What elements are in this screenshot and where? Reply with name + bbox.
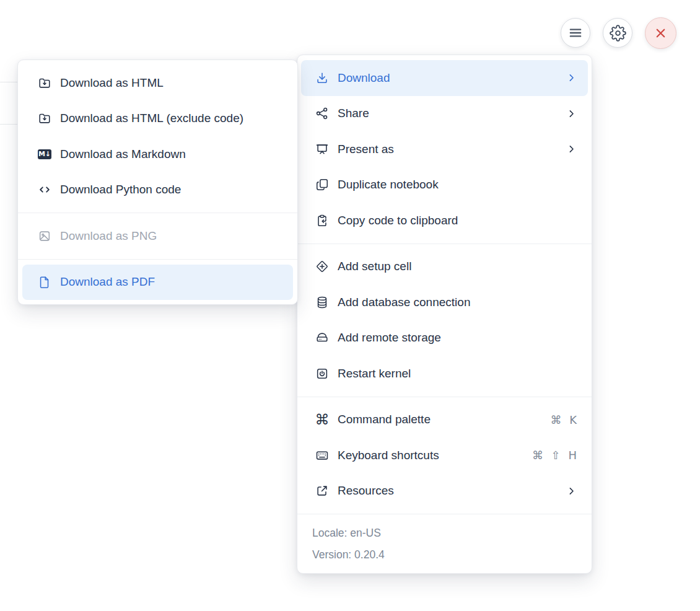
chevron-right-icon bbox=[566, 73, 577, 83]
menu-button[interactable] bbox=[561, 18, 590, 48]
menu-item-label: Add setup cell bbox=[338, 260, 577, 273]
menu-item-add-database-connection[interactable]: Add database connection bbox=[301, 284, 588, 320]
hamburger-icon bbox=[567, 25, 584, 41]
command-icon: ⌘ bbox=[315, 413, 329, 426]
menu-item-label: Download as HTML (exclude code) bbox=[60, 112, 282, 125]
folder-download-icon bbox=[38, 76, 51, 90]
close-button[interactable] bbox=[645, 17, 676, 49]
presentation-icon bbox=[315, 143, 329, 156]
duplicate-icon bbox=[315, 178, 329, 191]
menu-item-share[interactable]: Share bbox=[301, 96, 588, 132]
menu-item-label: Command palette bbox=[338, 413, 550, 426]
folder-download-icon bbox=[38, 112, 51, 125]
menu-item-download-as-pdf[interactable]: Download as PDF bbox=[22, 265, 293, 301]
menu-item-label: Download Python code bbox=[60, 183, 282, 196]
menu-item-download-as-png: Download as PNG bbox=[22, 218, 293, 254]
share-icon bbox=[315, 107, 329, 120]
version-text: Version: 0.20.4 bbox=[312, 544, 577, 566]
code-icon bbox=[38, 183, 51, 196]
submenu-divider bbox=[18, 259, 297, 260]
menu-item-label: Download bbox=[338, 71, 559, 85]
chevron-right-icon bbox=[566, 486, 577, 496]
clipboard-icon bbox=[315, 214, 329, 227]
file-icon bbox=[38, 275, 51, 289]
menu-item-label: Download as HTML bbox=[60, 76, 282, 90]
menu-footer: Locale: en-US Version: 0.20.4 bbox=[297, 519, 592, 568]
shortcut-text: ⌘ ⇧ H bbox=[532, 449, 577, 462]
menu-item-label: Keyboard shortcuts bbox=[338, 449, 532, 462]
menu-item-label: Share bbox=[338, 107, 559, 120]
background-edge-line bbox=[0, 124, 18, 125]
menu-item-resources[interactable]: Resources bbox=[301, 473, 588, 509]
menu-item-keyboard-shortcuts[interactable]: Keyboard shortcuts ⌘ ⇧ H bbox=[301, 437, 588, 473]
image-icon bbox=[38, 229, 51, 243]
menu-divider bbox=[297, 514, 592, 514]
storage-icon bbox=[315, 331, 329, 345]
menu-item-download-as-html[interactable]: Download as HTML bbox=[22, 65, 293, 101]
menu-item-download-python-code[interactable]: Download Python code bbox=[22, 172, 293, 208]
download-icon bbox=[315, 71, 329, 85]
menu-item-download-as-markdown[interactable]: M↓ Download as Markdown bbox=[22, 136, 293, 172]
close-icon bbox=[653, 25, 668, 41]
menu-item-label: Download as Markdown bbox=[60, 147, 282, 161]
menu-item-download[interactable]: Download bbox=[301, 60, 588, 96]
external-link-icon bbox=[315, 484, 329, 498]
menu-item-download-as-html-exclude-code[interactable]: Download as HTML (exclude code) bbox=[22, 101, 293, 137]
menu-divider bbox=[297, 397, 592, 397]
submenu-divider bbox=[18, 213, 297, 213]
menu-item-present-as[interactable]: Present as bbox=[301, 131, 588, 167]
menu-item-add-setup-cell[interactable]: Add setup cell bbox=[301, 249, 588, 285]
chevron-right-icon bbox=[566, 108, 577, 119]
diamond-plus-icon bbox=[315, 260, 329, 273]
markdown-icon: M↓ bbox=[38, 147, 51, 161]
keyboard-icon bbox=[315, 449, 329, 462]
gear-icon bbox=[610, 25, 626, 42]
menu-item-label: Add remote storage bbox=[338, 331, 577, 345]
menu-item-label: Restart kernel bbox=[338, 367, 577, 380]
chevron-right-icon bbox=[566, 144, 577, 154]
power-icon bbox=[315, 367, 329, 380]
database-icon bbox=[315, 296, 329, 309]
menu-item-label: Resources bbox=[338, 484, 559, 498]
locale-text: Locale: en-US bbox=[312, 522, 577, 544]
menu-divider bbox=[297, 244, 592, 244]
menu-item-add-remote-storage[interactable]: Add remote storage bbox=[301, 320, 588, 356]
menu-item-label: Duplicate notebook bbox=[338, 178, 577, 191]
menu-item-duplicate-notebook[interactable]: Duplicate notebook bbox=[301, 167, 588, 203]
menu-item-copy-code-to-clipboard[interactable]: Copy code to clipboard bbox=[301, 203, 588, 239]
menu-item-label: Add database connection bbox=[338, 296, 577, 309]
download-submenu: Download as HTML Download as HTML (exclu… bbox=[17, 59, 298, 305]
settings-button[interactable] bbox=[603, 18, 632, 48]
menu-item-label: Download as PDF bbox=[60, 275, 282, 289]
background-edge-line bbox=[0, 82, 18, 82]
menu-item-label: Copy code to clipboard bbox=[338, 214, 577, 227]
main-menu: Download Share Present as Duplicate note… bbox=[297, 55, 592, 574]
menu-item-command-palette[interactable]: ⌘ Command palette ⌘ K bbox=[301, 402, 588, 438]
menu-item-label: Download as PNG bbox=[60, 229, 282, 243]
menu-item-label: Present as bbox=[338, 143, 559, 156]
shortcut-text: ⌘ K bbox=[550, 413, 577, 426]
menu-item-restart-kernel[interactable]: Restart kernel bbox=[301, 356, 588, 392]
